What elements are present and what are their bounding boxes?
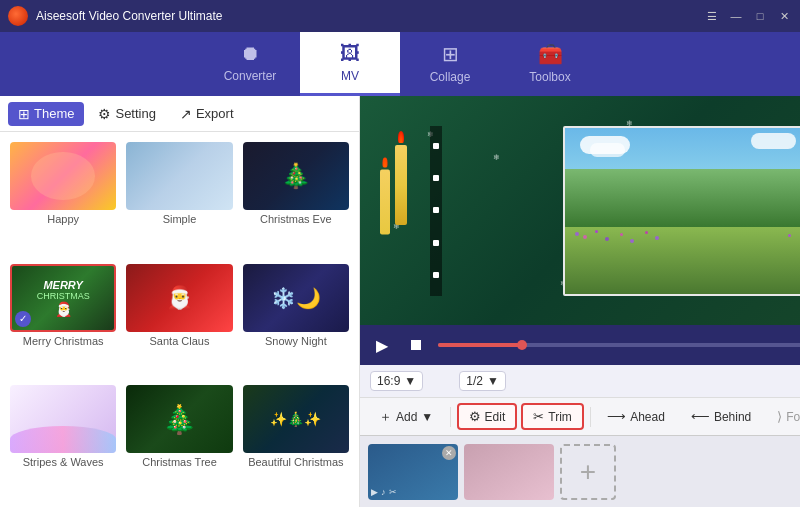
titlebar: Aiseesoft Video Converter Ultimate ☰ — □… bbox=[0, 0, 800, 32]
app-logo bbox=[8, 6, 28, 26]
add-button[interactable]: ＋ Add ▼ bbox=[368, 403, 444, 431]
progress-dot bbox=[517, 340, 527, 350]
add-icon: ＋ bbox=[379, 408, 392, 426]
theme-simple-label: Simple bbox=[163, 213, 197, 225]
quality-chevron: ▼ bbox=[487, 374, 499, 388]
theme-christmas-eve-label: Christmas Eve bbox=[260, 213, 332, 225]
tab-toolbox[interactable]: 🧰 Toolbox bbox=[500, 32, 600, 96]
theme-santa-claus-label: Santa Claus bbox=[150, 335, 210, 347]
menu-button[interactable]: ☰ bbox=[704, 8, 720, 24]
theme-happy-label: Happy bbox=[47, 213, 79, 225]
theme-merry-christmas-label: Merry Christmas bbox=[23, 335, 104, 347]
theme-beautiful-christmas-label: Beautiful Christmas bbox=[248, 456, 343, 468]
tab-converter-label: Converter bbox=[224, 69, 277, 83]
theme-happy[interactable]: Happy bbox=[8, 140, 118, 256]
mv-icon: 🖼 bbox=[340, 42, 360, 65]
left-panel: ⊞ Theme ⚙ Setting ↗ Export Happy bbox=[0, 96, 360, 507]
quality-label: 1/2 bbox=[466, 374, 483, 388]
theme-merry-christmas[interactable]: MERRY CHRISTMAS 🎅 ✓ Merry Christmas bbox=[8, 262, 118, 378]
collage-icon: ⊞ bbox=[442, 42, 459, 66]
subtab-theme[interactable]: ⊞ Theme bbox=[8, 102, 84, 126]
theme-snowy-night[interactable]: ❄️🌙 Snowy Night bbox=[241, 262, 351, 378]
timeline-icons-1: ▶ ♪ ✂ bbox=[371, 487, 397, 497]
behind-label: Behind bbox=[714, 410, 751, 424]
ahead-button[interactable]: ⟶ Ahead bbox=[596, 404, 676, 429]
preview-area: ❄ ❄ ❄ ❄ ❄ ❄ ❄ ❄ ❄ bbox=[360, 96, 800, 325]
aspect-ratio-select[interactable]: 16:9 ▼ bbox=[370, 371, 423, 391]
subtab-theme-label: Theme bbox=[34, 106, 74, 121]
subtab-setting-label: Setting bbox=[115, 106, 155, 121]
theme-icon: ⊞ bbox=[18, 106, 30, 122]
forward-button[interactable]: ⟩ Forward bbox=[766, 404, 800, 429]
tab-converter[interactable]: ⏺ Converter bbox=[200, 32, 300, 96]
export-icon: ↗ bbox=[180, 106, 192, 122]
subtab-export[interactable]: ↗ Export bbox=[170, 102, 244, 126]
quality-select[interactable]: 1/2 ▼ bbox=[459, 371, 506, 391]
edit-button[interactable]: ⚙ Edit bbox=[457, 403, 518, 430]
timeline-item-1[interactable]: ✕ ▶ ♪ ✂ bbox=[368, 444, 458, 500]
bottom-toolbar: ＋ Add ▼ ⚙ Edit ✂ Trim ⟶ Ahead ⟵ Behind bbox=[360, 397, 800, 435]
timeline: ✕ ▶ ♪ ✂ + bbox=[360, 435, 800, 507]
subtab-setting[interactable]: ⚙ Setting bbox=[88, 102, 165, 126]
forward-label: Forward bbox=[786, 410, 800, 424]
theme-stripes-waves[interactable]: Stripes & Waves bbox=[8, 383, 118, 499]
forward-icon: ⟩ bbox=[777, 409, 782, 424]
candle-decoration bbox=[395, 145, 407, 225]
theme-stripes-waves-label: Stripes & Waves bbox=[23, 456, 104, 468]
stop-button[interactable]: ⏹ bbox=[404, 333, 428, 357]
trim-small-icon: ✂ bbox=[389, 487, 397, 497]
tab-mv[interactable]: 🖼 MV bbox=[300, 32, 400, 96]
progress-bar[interactable] bbox=[438, 343, 800, 347]
subtab-export-label: Export bbox=[196, 106, 234, 121]
converter-icon: ⏺ bbox=[240, 42, 260, 65]
theme-simple[interactable]: Simple bbox=[124, 140, 234, 256]
progress-fill bbox=[438, 343, 522, 347]
controls-row2: 16:9 ▼ 1/2 ▼ Export bbox=[360, 365, 800, 397]
app-title: Aiseesoft Video Converter Ultimate bbox=[36, 9, 704, 23]
remove-item-1[interactable]: ✕ bbox=[442, 446, 456, 460]
timeline-item-2[interactable] bbox=[464, 444, 554, 500]
tab-mv-label: MV bbox=[341, 69, 359, 83]
theme-christmas-tree-label: Christmas Tree bbox=[142, 456, 217, 468]
main-content: ⊞ Theme ⚙ Setting ↗ Export Happy bbox=[0, 96, 800, 507]
aspect-ratio-chevron: ▼ bbox=[404, 374, 416, 388]
add-label: Add bbox=[396, 410, 417, 424]
navbar: ⏺ Converter 🖼 MV ⊞ Collage 🧰 Toolbox bbox=[0, 32, 800, 96]
right-panel: ❄ ❄ ❄ ❄ ❄ ❄ ❄ ❄ ❄ bbox=[360, 96, 800, 507]
edit-label: Edit bbox=[485, 410, 506, 424]
tab-collage[interactable]: ⊞ Collage bbox=[400, 32, 500, 96]
setting-icon: ⚙ bbox=[98, 106, 111, 122]
play-small-icon: ▶ bbox=[371, 487, 378, 497]
toolbox-icon: 🧰 bbox=[538, 42, 563, 66]
aspect-ratio-label: 16:9 bbox=[377, 374, 400, 388]
theme-christmas-tree[interactable]: 🎄 Christmas Tree bbox=[124, 383, 234, 499]
trim-icon: ✂ bbox=[533, 409, 544, 424]
play-button[interactable]: ▶ bbox=[370, 333, 394, 357]
theme-beautiful-christmas[interactable]: ✨🎄✨ Beautiful Christmas bbox=[241, 383, 351, 499]
behind-button[interactable]: ⟵ Behind bbox=[680, 404, 762, 429]
trim-button[interactable]: ✂ Trim bbox=[521, 403, 584, 430]
film-strip-left bbox=[430, 126, 442, 296]
audio-small-icon: ♪ bbox=[381, 487, 386, 497]
minimize-button[interactable]: — bbox=[728, 8, 744, 24]
theme-christmas-eve[interactable]: 🎄 Christmas Eve bbox=[241, 140, 351, 256]
edit-icon: ⚙ bbox=[469, 409, 481, 424]
theme-santa-claus[interactable]: 🎅 Santa Claus bbox=[124, 262, 234, 378]
close-button[interactable]: ✕ bbox=[776, 8, 792, 24]
preview-inner bbox=[565, 128, 800, 294]
tab-collage-label: Collage bbox=[430, 70, 471, 84]
sub-tabs: ⊞ Theme ⚙ Setting ↗ Export bbox=[0, 96, 359, 132]
preview-frame bbox=[563, 126, 800, 296]
trim-label: Trim bbox=[548, 410, 572, 424]
window-controls: ☰ — □ ✕ bbox=[704, 8, 792, 24]
add-timeline-item[interactable]: + bbox=[560, 444, 616, 500]
theme-snowy-night-label: Snowy Night bbox=[265, 335, 327, 347]
snowflake: ❄ bbox=[493, 153, 500, 162]
maximize-button[interactable]: □ bbox=[752, 8, 768, 24]
ahead-icon: ⟶ bbox=[607, 409, 626, 424]
behind-icon: ⟵ bbox=[691, 409, 710, 424]
ahead-label: Ahead bbox=[630, 410, 665, 424]
tab-toolbox-label: Toolbox bbox=[529, 70, 570, 84]
controls-bar: ▶ ⏹ 00:01:26.21/00:07:25.04 🔊 bbox=[360, 325, 800, 365]
candle-decoration-2 bbox=[380, 170, 390, 235]
